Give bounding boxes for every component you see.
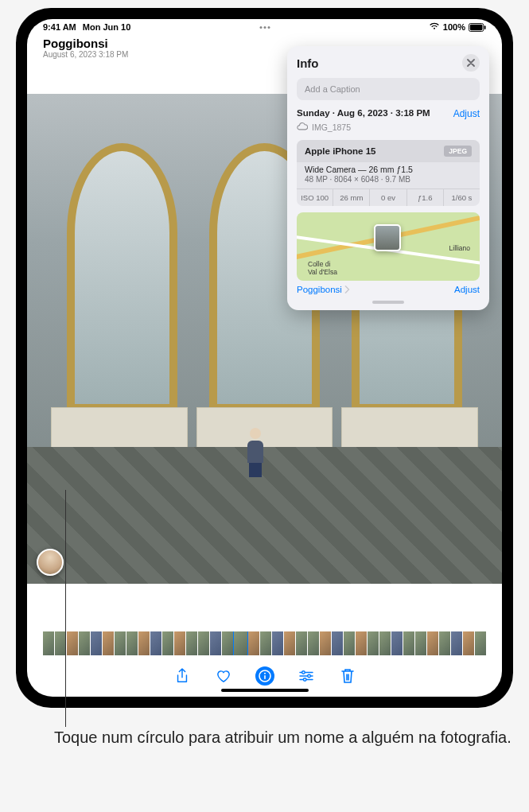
exif-focal: 26 mm	[333, 189, 370, 206]
info-panel: Info Add a Caption Sunday · Aug 6, 2023 …	[287, 46, 489, 310]
battery-percent: 100%	[443, 22, 465, 32]
annotation-caption: Toque num círculo para atribuir um nome …	[16, 727, 513, 748]
thumb[interactable]	[356, 631, 367, 655]
thumb[interactable]	[222, 631, 233, 655]
thumb[interactable]	[332, 631, 343, 655]
map-label: Colle di Val d'Elsa	[308, 260, 337, 276]
thumb[interactable]	[162, 631, 173, 655]
exif-iso: ISO 100	[297, 189, 333, 206]
svg-point-8	[303, 678, 306, 682]
share-button[interactable]	[173, 666, 192, 686]
thumb[interactable]	[475, 631, 486, 655]
delete-button[interactable]	[338, 666, 357, 686]
info-panel-title: Info	[297, 56, 319, 70]
chevron-right-icon	[344, 286, 350, 293]
camera-model: Apple iPhone 15	[305, 146, 375, 156]
adjust-button[interactable]	[297, 666, 316, 686]
svg-rect-1	[470, 24, 483, 29]
multitask-dots[interactable]	[259, 26, 270, 29]
image-specs: 48 MP · 8064 × 6048 · 9.7 MB	[297, 174, 480, 188]
thumb[interactable]	[415, 631, 426, 655]
exif-shutter: 1/60 s	[444, 189, 480, 206]
thumb[interactable]	[91, 631, 102, 655]
thumb[interactable]	[150, 631, 161, 655]
thumb[interactable]	[344, 631, 355, 655]
location-title: Poggibonsi	[43, 37, 128, 50]
adjust-date-button[interactable]: Adjust	[453, 108, 480, 119]
exif-aperture: ƒ1.6	[407, 189, 444, 206]
thumb[interactable]	[308, 631, 319, 655]
info-button[interactable]	[255, 666, 274, 686]
battery-icon	[469, 23, 486, 32]
svg-rect-5	[264, 675, 266, 679]
map-label: Lilliano	[449, 244, 470, 252]
filename: IMG_1875	[312, 122, 351, 132]
thumb[interactable]	[115, 631, 126, 655]
thumb[interactable]	[174, 631, 185, 655]
thumb[interactable]	[55, 631, 66, 655]
format-badge: JPEG	[444, 146, 472, 157]
thumb[interactable]	[210, 631, 221, 655]
location-link[interactable]: Poggibonsi	[297, 285, 350, 294]
photo-datetime: August 6, 2023 3:18 PM	[43, 50, 128, 59]
location-map[interactable]: Colle di Val d'Elsa Lilliano	[297, 212, 480, 281]
thumb[interactable]	[320, 631, 331, 655]
svg-point-7	[307, 674, 310, 678]
thumbnail-strip[interactable]	[43, 631, 486, 655]
close-button[interactable]	[462, 54, 480, 72]
favorite-button[interactable]	[214, 666, 233, 686]
panel-grabber[interactable]	[372, 301, 404, 304]
thumb[interactable]	[43, 631, 54, 655]
thumb[interactable]	[79, 631, 90, 655]
thumb[interactable]	[126, 631, 138, 655]
exif-ev: 0 ev	[370, 189, 406, 206]
thumb[interactable]	[248, 631, 259, 655]
thumb[interactable]	[391, 631, 403, 655]
thumb[interactable]	[67, 631, 78, 655]
face-tag-bubble[interactable]	[37, 549, 64, 576]
thumb[interactable]	[260, 631, 271, 655]
thumb[interactable]	[198, 631, 209, 655]
thumb[interactable]	[463, 631, 474, 655]
thumb[interactable]	[272, 631, 283, 655]
exif-row: ISO 100 26 mm 0 ev ƒ1.6 1/60 s	[297, 188, 480, 206]
status-time: 9:41 AM	[43, 22, 76, 32]
thumb[interactable]	[427, 631, 438, 655]
icloud-icon	[297, 122, 308, 132]
svg-point-4	[264, 673, 266, 674]
wifi-icon	[429, 22, 440, 32]
thumb[interactable]	[403, 631, 414, 655]
thumb[interactable]	[138, 631, 150, 655]
thumb[interactable]	[451, 631, 462, 655]
status-bar: 9:41 AM Mon Jun 10 100%	[27, 19, 502, 32]
thumb[interactable]	[379, 631, 391, 655]
home-indicator[interactable]	[221, 689, 309, 692]
lens-info: Wide Camera — 26 mm ƒ1.5	[297, 162, 480, 174]
thumb[interactable]	[103, 631, 114, 655]
thumb[interactable]	[368, 631, 379, 655]
callout-line	[65, 490, 66, 727]
thumb[interactable]	[284, 631, 295, 655]
caption-input[interactable]: Add a Caption	[297, 78, 480, 100]
camera-info-card: Apple iPhone 15 JPEG Wide Camera — 26 mm…	[297, 140, 480, 206]
capture-date: Sunday · Aug 6, 2023 · 3:18 PM	[297, 108, 430, 118]
svg-rect-2	[484, 25, 486, 29]
thumb[interactable]	[439, 631, 450, 655]
map-photo-pin[interactable]	[374, 224, 401, 251]
detected-person	[244, 428, 266, 476]
thumb-selected[interactable]	[234, 631, 248, 655]
adjust-location-button[interactable]: Adjust	[454, 285, 480, 294]
status-date: Mon Jun 10	[83, 22, 131, 32]
svg-point-6	[301, 671, 305, 674]
thumb[interactable]	[296, 631, 307, 655]
thumb[interactable]	[186, 631, 197, 655]
